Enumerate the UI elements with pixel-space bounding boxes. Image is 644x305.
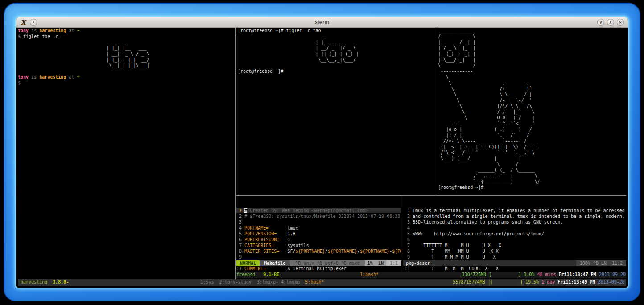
term-row <box>238 63 436 68</box>
close-icon: × <box>619 21 622 25</box>
term-row: \ / / | ` \ <box>438 109 626 115</box>
term-row: | ___ / _| | <box>438 39 626 45</box>
xterm-icon: X <box>20 19 27 26</box>
menu-dot-icon: • <box>32 21 35 25</box>
term-row: ------------ <box>438 68 626 74</box>
term-row: //<- \ \----. `-----' / <box>438 138 626 144</box>
term-row: / __ \ <box>438 33 626 39</box>
term-row: | __/ _` |/ _ \ <box>238 45 436 51</box>
term-row: \ /- _ `-/ ' <box>438 97 626 103</box>
term-row: | || (_| | (_) | <box>238 51 436 57</box>
term-row: tony is harvesting at ~ <box>18 28 235 33</box>
term-row: harvesting 3.8.0- 1:sys 2:tony-study 3:t… <box>18 279 626 285</box>
pkg-statusline: pkg-descr 100% ^B LN 11:2 <box>403 260 626 266</box>
term-row: tony is harvesting at ~ <box>18 74 235 80</box>
pane-cowsay-daemon[interactable]: ____________/ __ \| ___ / _| || / _ \| |… <box>437 28 626 195</box>
pane-border-vertical-top[interactable] <box>436 28 436 195</box>
minimize-button[interactable]: ∨ <box>597 19 604 26</box>
titlebar[interactable]: X • xterm ∨ ∧ × <box>16 17 628 28</box>
vim-fileinfo: ^B unix ^B utf-8 ^B make <box>290 260 365 266</box>
terminal-grid: tony is harvesting at ~$ figlet the -c _… <box>18 28 626 288</box>
term-row: | |_| |__ ___ <box>18 45 235 51</box>
term-row: 9 T M M M M U U X <box>405 254 626 260</box>
term-row: 2 # $FreeBSD: sysutils/tmux/Makefile 323… <box>236 213 401 219</box>
term-row: freebsd 9.1-RE 1:bash* 130/725MB [ ] 0.0… <box>236 272 626 277</box>
tmux-status-outer[interactable]: harvesting 3.8.0- 1:sys 2:tony-study 3:t… <box>18 279 626 286</box>
tmux-status-inner[interactable]: freebsd 9.1-RE 1:bash* 130/725MB [ ] 0.0… <box>236 272 626 278</box>
vim-scroll-percent: 1% LN <box>365 260 386 266</box>
term-row: 6 <box>405 237 626 242</box>
term-row: |o_o | (_.) _ ) / <box>438 126 626 132</box>
term-row: | |_| | | | __/ <box>18 57 235 63</box>
terminal: tony is harvesting at ~$ figlet the -c _… <box>16 28 628 288</box>
maximize-button[interactable]: ∧ <box>607 19 614 26</box>
vim-cursor-position: 1:1 <box>386 260 401 266</box>
term-row: ,' ,-----' | \ <box>438 173 626 179</box>
titlebar-buttons: ∨ ∧ × <box>597 17 624 28</box>
term-row: _ <box>238 33 436 39</box>
term-row: 3 <box>236 219 401 225</box>
window-title: xterm <box>16 19 628 25</box>
xterm-window: X • xterm ∨ ∧ × tony is harvesting at ~$… <box>16 17 628 288</box>
term-row: \___)=(___/ | | <box>438 155 626 161</box>
term-row: `--{__________) \/ <box>438 179 626 184</box>
pane-left-shell[interactable]: tony is harvesting at ~$ figlet the -c _… <box>18 28 235 279</box>
term-row: .--. `-^--'`< ' <box>438 121 626 126</box>
close-button[interactable]: × <box>617 19 624 26</box>
term-row: \__|_| |_|\___| <box>18 63 235 68</box>
pane-border-vertical-outer[interactable] <box>235 28 236 279</box>
term-row: \ (/\/ \ \ /\ <box>438 103 626 109</box>
term-row: | |_ __ _ ___ <box>238 39 436 45</box>
chevron-up-icon: ∧ <box>609 21 612 25</box>
term-row: $ figlet the -c <box>18 33 235 39</box>
term-row: 4 <box>405 225 626 231</box>
term-row: \ \ \___ / | <box>438 92 626 97</box>
term-row: 7 CATEGORIES= sysutils <box>236 242 401 248</box>
term-row <box>18 68 235 74</box>
term-row: | / _ \| |_ | <box>438 45 626 51</box>
term-row: 9 <box>236 254 401 260</box>
pane-figlet-tao[interactable]: [root@freebsd ~]# figlet -c tao _ | |_ _… <box>236 28 436 195</box>
term-row: ______( (_ / \______ <box>438 167 626 173</box>
chevron-down-icon: ∨ <box>599 21 602 25</box>
term-row: ____________ <box>438 28 626 33</box>
term-row: \ / <box>438 161 626 167</box>
vim-mode-indicator: NORMAL <box>236 260 260 266</box>
vim-statusline: NORMAL Makefile ^B unix ^B utf-8 ^B make… <box>236 260 401 266</box>
term-row: 11 T M M M UUUU X X <box>405 266 626 272</box>
term-row: [root@freebsd ~]# figlet -c tao <box>238 28 436 33</box>
term-row: 2 and controlled from a single terminal.… <box>405 213 626 219</box>
pane-border-vertical-bottom[interactable] <box>402 196 402 272</box>
pane-border-horizontal[interactable] <box>236 195 626 196</box>
term-row: 3 BSD-licensed alternative to programs s… <box>405 219 626 225</box>
term-row: || (_) | _| | <box>438 51 626 57</box>
term-row: 5 WWW: http://www.sourceforge.net/projec… <box>405 231 626 237</box>
term-row: \ <box>438 74 626 80</box>
pane-vim-pkg-descr[interactable]: 1 Tmux is a terminal multiplexer, it ena… <box>403 196 626 272</box>
term-row: 8 MASTER_SITES= SF/${PORTNAME}/${PORTNAM… <box>236 248 401 254</box>
term-row: 5 PORTVERSION= 1.8 <box>236 231 401 237</box>
term-row: (| <- | )---|====O)))==) \) /==== <box>438 144 626 150</box>
pkg-position-info: 100% ^B LN 11:2 <box>576 260 626 266</box>
term-row: /'\ <- _/`---' `--' `.__,' \ <box>438 150 626 155</box>
pkg-filename: pkg-descr <box>403 260 576 266</box>
titlebar-left-cluster: X • <box>20 17 37 28</box>
term-row: [root@freebsd ~]# <box>238 68 436 74</box>
window-menu-button[interactable]: • <box>30 19 37 26</box>
term-row: \ /( )` <box>438 86 626 92</box>
term-row: |:_/ | `.___/` / <box>438 132 626 138</box>
term-row: 7 TTTTTTT M M U U X X <box>405 242 626 248</box>
term-row: \ , , <box>438 80 626 86</box>
term-row: [root@freebsd ~]# <box>438 184 626 190</box>
term-row: 8 T MM MM U U X X <box>405 248 626 254</box>
pane-vim-makefile[interactable]: 1 # Created by: Wen Heping <wenheping@gm… <box>236 196 401 272</box>
term-row: 4 PORTNAME= tmux <box>236 225 401 231</box>
term-row: 6 PORTREVISION= 1 <box>236 237 401 242</box>
term-row: 11 COMMENT= A Terminal Multiplexer <box>236 266 401 272</box>
term-row: | \___/|_| | <box>438 57 626 63</box>
term-row: $ <box>18 80 235 86</box>
vim-filename: Makefile <box>260 260 290 266</box>
term-row: \ O O ) / | <box>438 115 626 121</box>
term-row: _ _ <box>18 39 235 45</box>
term-row: \ / <box>438 63 626 68</box>
